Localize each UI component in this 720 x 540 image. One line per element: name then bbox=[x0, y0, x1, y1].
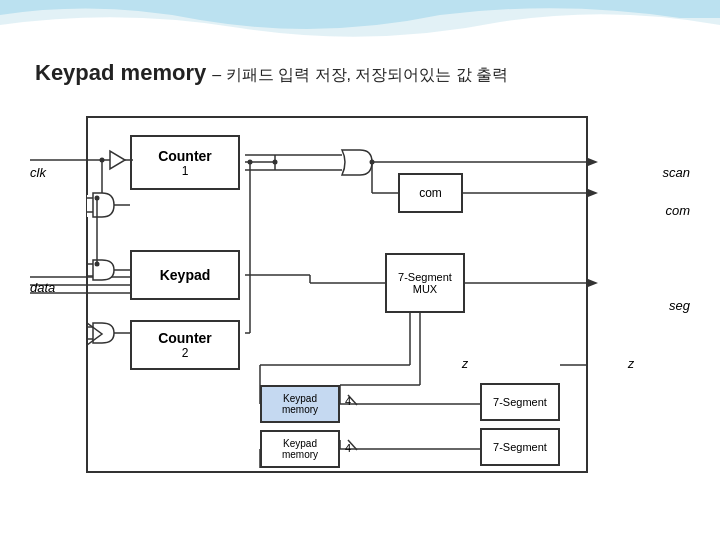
keypad-memory-box2: Keypad memory bbox=[260, 430, 340, 468]
svg-rect-7 bbox=[87, 195, 115, 217]
bit4-label1: 4 bbox=[345, 395, 351, 407]
data-label: data bbox=[30, 280, 55, 295]
keypad-box: Keypad bbox=[130, 250, 240, 300]
svg-point-31 bbox=[248, 160, 253, 165]
scan-label: scan bbox=[663, 165, 690, 180]
page-title: Keypad memory – 키패드 입력 저장, 저장되어있는 값 출력 bbox=[35, 60, 508, 86]
mux-box: 7-Segment MUX bbox=[385, 253, 465, 313]
keypad-memory-box1: Keypad memory bbox=[260, 385, 340, 423]
z-label1: z bbox=[462, 357, 468, 371]
com-box: com bbox=[398, 173, 463, 213]
seg7-box2: 7-Segment bbox=[480, 428, 560, 466]
counter2-box: Counter 2 bbox=[130, 320, 240, 370]
svg-marker-2 bbox=[110, 151, 125, 169]
counter1-box: Counter 1 bbox=[130, 135, 240, 190]
svg-point-18 bbox=[95, 262, 100, 267]
svg-point-17 bbox=[95, 196, 100, 201]
bit4-label2: 4 bbox=[345, 442, 351, 454]
svg-marker-22 bbox=[87, 323, 102, 345]
svg-marker-55 bbox=[588, 189, 598, 197]
com-label-right: com bbox=[665, 203, 690, 218]
svg-point-12 bbox=[100, 158, 105, 163]
seg7-box1: 7-Segment bbox=[480, 383, 560, 421]
svg-marker-54 bbox=[588, 158, 598, 166]
svg-point-35 bbox=[370, 160, 375, 165]
seg-label: seg bbox=[669, 298, 690, 313]
decorative-wave bbox=[0, 0, 720, 55]
svg-marker-56 bbox=[588, 279, 598, 287]
z-label2: z bbox=[628, 357, 634, 371]
svg-point-29 bbox=[273, 160, 278, 165]
clk-label: clk bbox=[30, 165, 46, 180]
diagram: clk data scan com seg Counter 1 Keypad C… bbox=[30, 105, 690, 495]
diagram-svg bbox=[30, 105, 690, 495]
